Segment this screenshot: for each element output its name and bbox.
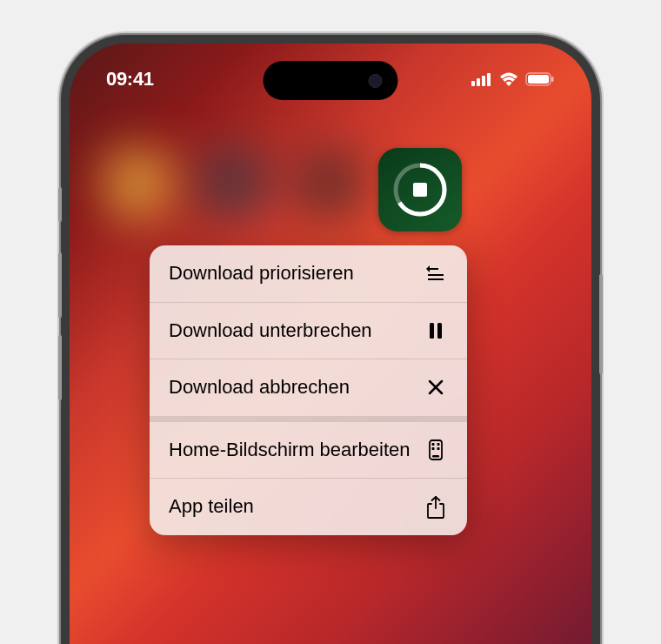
status-time: 09:41 (106, 68, 154, 91)
home-screen-icon (424, 439, 448, 460)
svg-rect-17 (432, 443, 435, 446)
menu-item-pause-download[interactable]: Download unterbrechen (150, 303, 467, 360)
app-context-menu: Download priorisieren Download unterbrec… (150, 245, 467, 535)
blurred-app-icon (294, 148, 364, 218)
downloading-app-icon[interactable] (378, 148, 462, 231)
phone-screen: 09:41 (70, 44, 591, 644)
pause-icon (424, 322, 448, 339)
cellular-signal-icon (471, 72, 492, 86)
menu-label: Download unterbrechen (169, 319, 372, 344)
svg-rect-3 (487, 73, 491, 86)
front-camera (369, 74, 383, 88)
silent-switch (58, 187, 62, 222)
menu-label: Home-Bildschirm bearbeiten (169, 438, 411, 463)
menu-label: App teilen (169, 494, 254, 520)
svg-rect-19 (432, 447, 435, 450)
blurred-app-icon (198, 148, 268, 218)
dynamic-island (264, 61, 398, 100)
svg-rect-1 (477, 78, 480, 86)
cancel-icon (424, 379, 448, 395)
menu-item-cancel-download[interactable]: Download abbrechen (150, 359, 467, 422)
volume-up-button (58, 252, 62, 318)
blurred-app-icon (103, 148, 172, 218)
svg-rect-13 (437, 323, 442, 339)
svg-rect-5 (528, 75, 549, 84)
svg-rect-0 (471, 81, 475, 86)
menu-label: Download priorisieren (169, 261, 354, 286)
prioritize-icon (424, 265, 448, 281)
volume-down-button (58, 335, 62, 400)
svg-rect-20 (437, 447, 440, 450)
blurred-background-apps (103, 148, 381, 252)
svg-rect-6 (551, 77, 554, 82)
svg-rect-9 (413, 183, 427, 197)
menu-item-edit-home-screen[interactable]: Home-Bildschirm bearbeiten (150, 422, 467, 480)
svg-rect-12 (430, 323, 434, 339)
wifi-icon (499, 72, 518, 86)
svg-rect-18 (437, 443, 440, 446)
svg-rect-21 (432, 455, 439, 458)
menu-label: Download abbrechen (169, 375, 350, 400)
svg-rect-2 (482, 76, 485, 86)
phone-frame: 09:41 (61, 35, 600, 644)
battery-icon (525, 72, 555, 86)
menu-item-prioritize-download[interactable]: Download priorisieren (150, 245, 467, 303)
status-icons (471, 72, 555, 86)
download-progress-ring (393, 163, 447, 217)
power-button (599, 274, 603, 374)
menu-item-share-app[interactable]: App teilen (150, 479, 467, 535)
share-icon (424, 496, 448, 519)
